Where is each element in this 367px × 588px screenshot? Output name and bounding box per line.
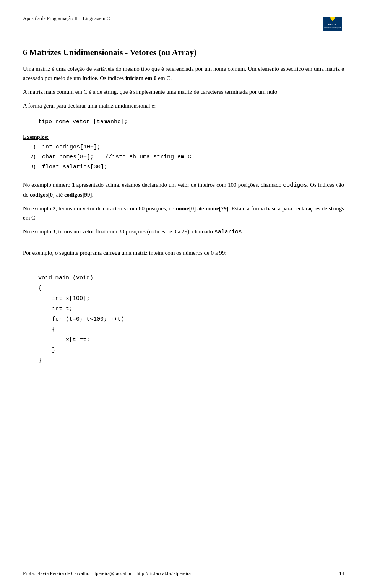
logo-container: FACCAT FACULDADES DE TAQUARA	[321, 15, 344, 33]
paragraph-example1: No exemplo número 1 apresentado acima, e…	[23, 180, 344, 199]
paragraph-2: A matriz mais comum em C é a de string, …	[23, 87, 344, 96]
example-1-num: 1)	[31, 143, 42, 150]
paragraph-3: A forma geral para declarar uma matriz u…	[23, 101, 344, 110]
section-title: 6 Matrizes Unidimensionais - Vetores (ou…	[23, 47, 344, 57]
svg-text:FACULDADES DE TAQUARA: FACULDADES DE TAQUARA	[324, 27, 341, 29]
paragraph-example2: No exemplo 2, temos um vetor de caracter…	[23, 204, 344, 222]
page-header: Apostila de Programação II – Linguagem C…	[23, 15, 344, 36]
example-2-comment: //isto eh uma string em C	[105, 154, 191, 160]
page: Apostila de Programação II – Linguagem C…	[0, 0, 367, 588]
code-program: void main (void) { int x[100]; int t; fo…	[38, 273, 344, 366]
example-2-num: 2)	[31, 153, 42, 160]
svg-text:FACCAT: FACCAT	[328, 23, 337, 26]
example-2: 2) char nomes[80]; //isto eh uma string …	[31, 153, 344, 160]
footer-page-number: 14	[339, 570, 344, 577]
example-2-code: char nomes[80];	[42, 154, 94, 160]
example-1-code: int codigos[100];	[42, 144, 101, 150]
example-3-num: 3)	[31, 163, 42, 170]
general-form-code: tipo nome_vetor [tamanho];	[38, 117, 344, 127]
example-3: 3) float salarios[30];	[31, 163, 344, 170]
page-footer: Profa. Flávia Pereira de Carvalho – fper…	[23, 567, 344, 577]
paragraph-example3: No exemplo 3, temos um vetor float com 3…	[23, 227, 344, 237]
footer-author: Profa. Flávia Pereira de Carvalho – fper…	[23, 570, 191, 577]
examples-label: Exemplos:	[23, 134, 344, 140]
example-3-code: float salarios[30];	[42, 164, 107, 170]
paragraph-1: Uma matriz é uma coleção de variáveis do…	[23, 64, 344, 83]
faccat-logo: FACCAT FACULDADES DE TAQUARA	[321, 15, 344, 33]
paragraph-program-intro: Por exemplo, o seguinte programa carrega…	[23, 248, 344, 257]
example-1: 1) int codigos[100];	[31, 143, 344, 150]
header-title: Apostila de Programação II – Linguagem C	[23, 15, 110, 21]
